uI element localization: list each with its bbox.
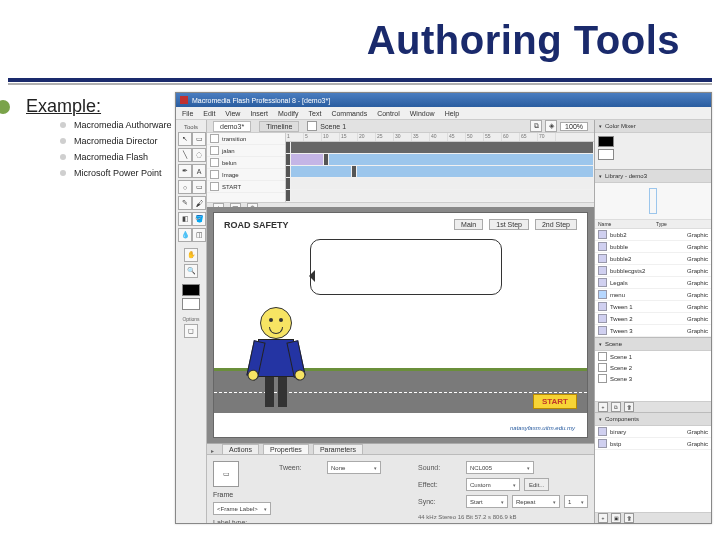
color-swatches [182,284,200,310]
menu-help[interactable]: Help [445,110,459,117]
rect-tool-icon[interactable]: ▭ [192,180,206,194]
stroke-swatch[interactable] [182,284,200,296]
eraser-tool-icon[interactable]: ◫ [192,228,206,242]
symbol-icon [598,326,607,335]
library-item[interactable]: bubblecgsts2Graphic [595,265,711,277]
menu-control[interactable]: Control [377,110,400,117]
add-icon[interactable]: + [598,513,608,523]
scene-item[interactable]: Scene 1 [595,351,711,362]
sound-label: Sound: [418,464,462,471]
tab-parameters[interactable]: Parameters [313,444,363,454]
option-icon[interactable]: ◻ [184,324,198,338]
fill-color-chip[interactable] [598,149,614,160]
library-item[interactable]: menuGraphic [595,289,711,301]
delete-icon[interactable]: 🗑 [624,513,634,523]
library-item[interactable]: bubble2Graphic [595,253,711,265]
menu-commands[interactable]: Commands [331,110,367,117]
library-item[interactable]: Tween 3Graphic [595,325,711,337]
frames-area[interactable]: 1510152025303540455055606570 [286,133,594,202]
eye-icon [269,318,273,322]
fill-swatch[interactable] [182,298,200,310]
panel-header[interactable]: ▾ Scene [595,338,711,351]
main-bullet: Example: [0,96,101,117]
stage-tab-step1[interactable]: 1st Step [489,219,529,230]
library-item[interactable]: bubbleGraphic [595,241,711,253]
paint-tool-icon[interactable]: 🪣 [192,212,206,226]
sync-select-a[interactable]: Start [466,495,508,508]
tab-actions[interactable]: Actions [222,444,259,454]
scene-item[interactable]: Scene 3 [595,373,711,384]
panel-header[interactable]: ▾ Library - demo3 [595,170,711,183]
ink-tool-icon[interactable]: ◧ [178,212,192,226]
frame-label-input[interactable]: <Frame Label> [213,502,271,515]
library-item[interactable]: LegalsGraphic [595,277,711,289]
layer-row[interactable]: transition [207,133,285,145]
workspace: Tools ↖ ▭ ╲ ◌ ✒ A ○ ▭ ✎ 🖌 ◧ 🪣 💧 ◫ [176,120,711,524]
stage[interactable]: ROAD SAFETY Main 1st Step 2nd Step [213,212,588,438]
component-item[interactable]: binaryGraphic [595,426,711,438]
text-tool-icon[interactable]: A [192,164,206,178]
menu-edit[interactable]: Edit [203,110,215,117]
line-tool-icon[interactable]: ╲ [178,148,192,162]
pen-tool-icon[interactable]: ✒ [178,164,192,178]
effect-select[interactable]: Custom [466,478,520,491]
pencil-tool-icon[interactable]: ✎ [178,196,192,210]
menu-view[interactable]: View [225,110,240,117]
menu-text[interactable]: Text [309,110,322,117]
panel-header[interactable]: ▾ Components [595,413,711,426]
layer-row[interactable]: belun [207,157,285,169]
component-item[interactable]: bstpGraphic [595,438,711,450]
middle-column: demo3* Timeline Scene 1 ⧉ ◈ 100% [207,120,594,524]
menu-window[interactable]: Window [410,110,435,117]
lasso-tool-icon[interactable]: ◌ [192,148,206,162]
edit-scene-icon[interactable]: ⧉ [530,120,542,132]
scene-crumb[interactable]: Scene 1 [307,121,346,131]
scene-item[interactable]: Scene 2 [595,362,711,373]
edit-symbol-icon[interactable]: ◈ [545,120,557,132]
sync-count[interactable]: 1 [564,495,588,508]
layer-row[interactable]: Image [207,169,285,181]
delete-scene-icon[interactable]: 🗑 [624,402,634,412]
dup-scene-icon[interactable]: ⧉ [611,402,621,412]
collapse-icon[interactable]: ▸ [211,447,218,454]
oval-tool-icon[interactable]: ○ [178,180,192,194]
stroke-color-chip[interactable] [598,136,614,147]
zoom-tool-icon[interactable]: 🔍 [184,264,198,278]
doc-tab[interactable]: demo3* [213,121,251,132]
brush-tool-icon[interactable]: 🖌 [192,196,206,210]
zoom-select[interactable]: 100% [560,122,588,131]
library-item[interactable]: bubb2Graphic [595,229,711,241]
menu-modify[interactable]: Modify [278,110,299,117]
tools-label: Tools [184,124,198,130]
menu-insert[interactable]: Insert [250,110,268,117]
start-button[interactable]: START [533,394,577,409]
folder-icon[interactable]: ▣ [611,513,621,523]
tab-properties[interactable]: Properties [263,444,309,454]
hand-tool-icon[interactable]: ✋ [184,248,198,262]
subselect-tool-icon[interactable]: ▭ [192,132,206,146]
selection-tool-icon[interactable]: ↖ [178,132,192,146]
stage-tab-main[interactable]: Main [454,219,483,230]
layer-row[interactable]: jalan [207,145,285,157]
title-rule [8,78,712,85]
page-title: Authoring Tools [367,18,680,62]
library-item[interactable]: Tween 1Graphic [595,301,711,313]
properties-panel: ▸ Actions Properties Parameters ▭ Frame … [207,443,594,524]
slide: Authoring Tools Example: Macromedia Auth… [0,0,720,540]
eyedrop-tool-icon[interactable]: 💧 [178,228,192,242]
panel-header[interactable]: ▾ Color Mixer [595,120,711,133]
stage-tab-step2[interactable]: 2nd Step [535,219,577,230]
layer-row[interactable]: START [207,181,285,193]
symbol-icon [598,242,607,251]
tween-col: Tween: None [279,461,381,524]
sync-select-b[interactable]: Repeat [512,495,560,508]
frame-type: Frame [213,491,271,498]
edit-button[interactable]: Edit... [524,478,549,491]
timeline-tab[interactable]: Timeline [259,121,299,132]
add-scene-icon[interactable]: + [598,402,608,412]
tween-select[interactable]: None [327,461,381,474]
list-item: Macromedia Flash [60,152,172,162]
library-item[interactable]: Tween 2Graphic [595,313,711,325]
sound-select[interactable]: NCL005 [466,461,534,474]
menu-file[interactable]: File [182,110,193,117]
